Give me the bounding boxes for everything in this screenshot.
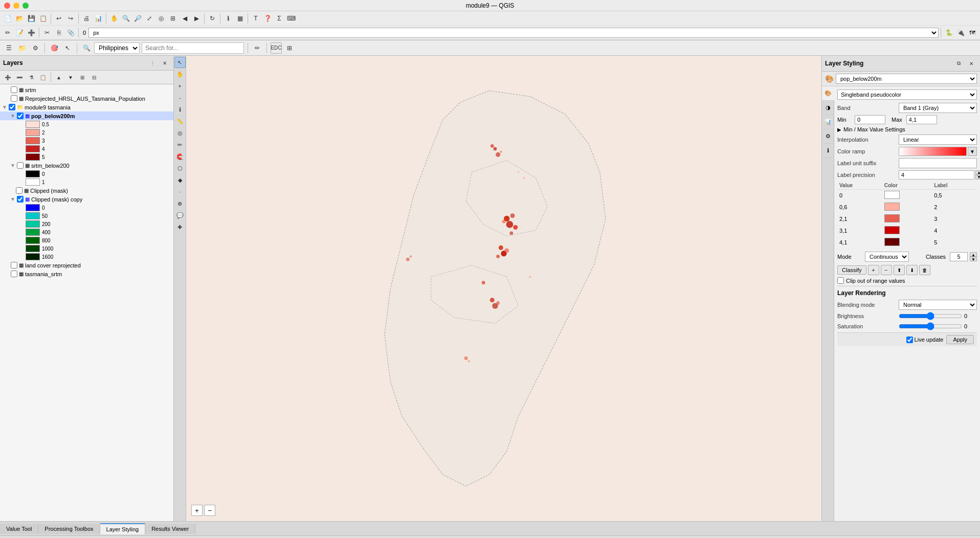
styling-dock-button[interactable]: ⧉: [953, 58, 964, 69]
location-select[interactable]: Philippines: [94, 42, 140, 54]
point-tool[interactable]: ·: [174, 186, 186, 197]
classes-input[interactable]: [950, 252, 968, 261]
maximize-button[interactable]: [23, 3, 29, 9]
tab-layer-styling[interactable]: Layer Styling: [100, 523, 146, 534]
locate-button[interactable]: 🔍: [81, 42, 92, 54]
color-row-1[interactable]: 0 0,5: [837, 190, 977, 201]
label-unit-input[interactable]: [899, 158, 977, 168]
layers-content[interactable]: ▦ srtm ▦ Reprojected_HRSL_AUS_Tasmania_P…: [0, 84, 173, 521]
color-cell-5[interactable]: [882, 237, 932, 249]
zoom-out-tool[interactable]: -: [174, 92, 186, 103]
filter-button[interactable]: ⚙: [30, 42, 41, 54]
layer-item-clipped-copy[interactable]: ▼ ▦ Clipped (mask) copy: [0, 195, 173, 204]
plugin1-button[interactable]: 🐍: [943, 27, 954, 38]
layer-checkbox-tasmania-srtm[interactable]: [11, 271, 17, 277]
filter-layer-button[interactable]: ⚗: [26, 72, 37, 83]
color-row-3[interactable]: 2,1 3: [837, 213, 977, 225]
open-attr-button[interactable]: 📋: [37, 72, 49, 83]
mode-select[interactable]: Continuous: [865, 252, 909, 262]
browser-button[interactable]: 📁: [16, 42, 28, 54]
classify-remove-button[interactable]: −: [881, 265, 892, 275]
color-cell-2[interactable]: [882, 201, 932, 213]
feature-tool[interactable]: ◎: [174, 127, 186, 139]
plugin3-button[interactable]: 🗺: [967, 27, 978, 38]
undo-button[interactable]: ↩: [53, 13, 64, 24]
measure-tool[interactable]: 📏: [174, 116, 186, 127]
saturation-slider[interactable]: [899, 322, 962, 330]
identify-button[interactable]: ❓: [262, 13, 273, 24]
select-button[interactable]: ▦: [234, 13, 246, 24]
compose-button[interactable]: 📊: [93, 13, 104, 24]
annotation-tool[interactable]: 💬: [174, 210, 186, 221]
layer-item-module9[interactable]: ▼ 📁 module9 tasmania: [0, 103, 173, 111]
pan-button[interactable]: ✋: [108, 13, 120, 24]
layer-name-dropdown[interactable]: pop_below200m: [836, 74, 977, 84]
paste-button[interactable]: 📎: [65, 27, 76, 38]
classify-save-button[interactable]: ⬇: [906, 265, 918, 275]
classify-delete-button[interactable]: 🗑: [919, 265, 930, 275]
layer-checkbox-srtm200[interactable]: [17, 162, 24, 169]
save-project-button[interactable]: 💾: [26, 13, 37, 24]
style-tab-rendering[interactable]: ⚙: [822, 129, 834, 144]
tab-processing-toolbox[interactable]: Processing Toolbox: [38, 524, 100, 534]
extra-button[interactable]: ⊞: [284, 42, 295, 54]
layer-item-tasmania-srtm[interactable]: ▦ tasmania_srtm: [0, 270, 173, 278]
renderer-select[interactable]: Singleband pseudocolor: [837, 89, 977, 100]
digitize-button[interactable]: ✏: [2, 27, 13, 38]
band-select[interactable]: Band 1 (Gray): [899, 103, 977, 113]
layer-checkbox-reprojected[interactable]: [11, 95, 17, 102]
layer-checkbox-clipped-copy[interactable]: [17, 196, 24, 203]
label-button[interactable]: T: [250, 13, 261, 24]
open-project-button[interactable]: 📂: [14, 13, 25, 24]
cursor-button[interactable]: ↖: [62, 42, 73, 54]
new-project-button[interactable]: 📄: [2, 13, 13, 24]
minimize-button[interactable]: [13, 3, 19, 9]
interpolation-select[interactable]: Linear: [899, 134, 977, 145]
label-precision-input[interactable]: [899, 170, 974, 180]
close-button[interactable]: [4, 3, 10, 9]
zoom-out-button[interactable]: 🔎: [132, 13, 143, 24]
layers-button[interactable]: ☰: [3, 42, 14, 54]
info-button[interactable]: ℹ: [222, 13, 234, 24]
edit-tool[interactable]: ✏: [174, 139, 186, 150]
styling-close-button[interactable]: ✕: [966, 58, 977, 69]
layer-checkbox-clipped[interactable]: [16, 187, 23, 194]
panel-menu-button[interactable]: ⋮: [147, 57, 158, 69]
statistics-button[interactable]: Σ: [274, 13, 285, 24]
style-tab-histogram[interactable]: 📊: [822, 115, 834, 129]
search-input[interactable]: [142, 42, 244, 54]
classify-button[interactable]: Classify: [837, 265, 866, 275]
color-row-5[interactable]: 4,1 5: [837, 237, 977, 249]
precision-down-button[interactable]: ▼: [975, 175, 980, 180]
minmax-section-header[interactable]: ▶ Min / Max Value Settings: [837, 126, 977, 132]
classify-load-button[interactable]: ⬆: [894, 265, 905, 275]
edc-button[interactable]: EDC: [271, 42, 282, 54]
edit-button[interactable]: 📝: [14, 27, 25, 38]
styling-header-icons[interactable]: ⧉ ✕: [953, 58, 977, 69]
color-cell-1[interactable]: [882, 190, 932, 201]
vertex-tool[interactable]: ◆: [174, 174, 186, 186]
panel-controls[interactable]: ⋮ ✕: [147, 57, 170, 69]
print-button[interactable]: 🖨: [81, 13, 92, 24]
brightness-slider[interactable]: [899, 312, 962, 320]
copy-button[interactable]: ⎘: [53, 27, 64, 38]
add-feature-button[interactable]: ➕: [26, 27, 37, 38]
color-ramp-dropdown[interactable]: ▼: [968, 147, 977, 156]
identify-tool[interactable]: ℹ: [174, 104, 186, 115]
panel-close-button[interactable]: ✕: [159, 57, 170, 69]
layer-item-srtm[interactable]: ▦ srtm: [0, 85, 173, 94]
redo-button[interactable]: ↪: [65, 13, 76, 24]
classes-down-button[interactable]: ▼: [970, 257, 977, 261]
refresh-button[interactable]: ↻: [207, 13, 218, 24]
add-layer-button[interactable]: ➕: [2, 72, 13, 83]
pan-tool[interactable]: ✋: [174, 69, 186, 80]
layer-item-srtm200[interactable]: ▼ ▦ srtm_below200: [0, 161, 173, 170]
expand-button[interactable]: ⊞: [77, 72, 88, 83]
layer-checkbox-landcover[interactable]: [11, 262, 17, 268]
zoom-next-button[interactable]: ▶: [191, 13, 202, 24]
classify-add-button[interactable]: +: [868, 265, 879, 275]
zoom-prev-button[interactable]: ◀: [179, 13, 190, 24]
snapping-tool[interactable]: 🧲: [174, 151, 186, 162]
collapse-button[interactable]: ⊟: [88, 72, 100, 83]
layer-checkbox-srtm[interactable]: [11, 86, 17, 93]
